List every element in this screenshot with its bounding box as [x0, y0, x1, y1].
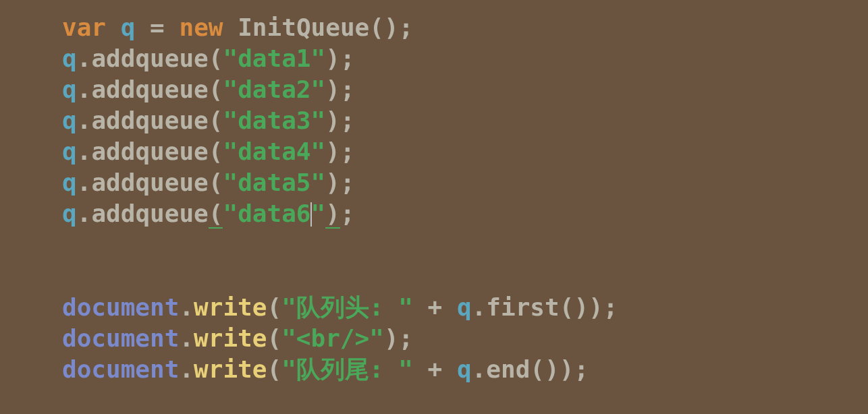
- semicolon: ;: [574, 355, 589, 383]
- paren-close: ): [545, 355, 560, 383]
- string-quote: ": [311, 45, 326, 72]
- code-line-write-first: document.write("队列头: " + q.first());: [62, 292, 868, 323]
- paren-close: ): [589, 293, 603, 321]
- method-write: write: [194, 324, 267, 352]
- semicolon: ;: [340, 200, 355, 227]
- dot: .: [179, 293, 194, 321]
- identifier-q: q: [457, 293, 472, 321]
- string-data2: data2: [238, 76, 310, 103]
- paren-close-matched: ): [325, 200, 340, 227]
- dot: .: [77, 169, 92, 196]
- identifier-q: q: [121, 13, 136, 41]
- string-data4: data4: [238, 138, 310, 165]
- dot: .: [77, 200, 92, 227]
- dot: .: [472, 355, 487, 383]
- code-line-1: var q = new InitQueue();: [62, 12, 868, 43]
- dot: .: [77, 76, 92, 103]
- object-document: document: [62, 324, 179, 352]
- string-quote: ": [281, 355, 296, 383]
- semicolon: ;: [340, 169, 355, 196]
- semicolon: ;: [399, 13, 414, 41]
- string-tail: 队列尾:: [296, 355, 398, 383]
- semicolon: ;: [340, 138, 355, 165]
- string-quote: ": [398, 355, 413, 383]
- string-data1: data1: [238, 45, 310, 72]
- dot: .: [179, 324, 194, 352]
- semicolon: ;: [340, 76, 355, 103]
- paren-open: (: [209, 76, 223, 103]
- identifier-q: q: [457, 355, 472, 383]
- paren-close: ): [384, 13, 399, 41]
- string-quote: ": [281, 324, 296, 352]
- method-addqueue: addqueue: [91, 169, 208, 196]
- paren-close: ): [325, 45, 340, 72]
- paren-open: (: [267, 293, 281, 321]
- string-quote: ": [223, 200, 238, 227]
- semicolon: ;: [399, 324, 414, 352]
- string-quote: ": [223, 138, 238, 165]
- object-document: document: [62, 355, 179, 383]
- paren-open: (: [369, 13, 384, 41]
- paren-close: ): [384, 324, 399, 352]
- paren-open: (: [209, 107, 223, 134]
- semicolon: ;: [340, 45, 355, 72]
- keyword-new: new: [179, 13, 223, 41]
- operator-plus: +: [428, 355, 443, 383]
- paren-close: ): [560, 355, 574, 383]
- dot: .: [179, 355, 194, 383]
- string-quote: ": [281, 293, 296, 321]
- identifier-q: q: [62, 76, 77, 103]
- string-quote: ": [311, 76, 326, 103]
- string-data3: data3: [238, 107, 310, 134]
- code-line-addqueue-6: q.addqueue("data6");: [62, 198, 868, 229]
- identifier-q: q: [62, 200, 77, 227]
- paren-open: (: [530, 355, 545, 383]
- paren-open: (: [560, 293, 574, 321]
- string-br: <br/>: [296, 324, 369, 352]
- code-editor[interactable]: var q = new InitQueue(); q.addqueue("dat…: [62, 12, 868, 385]
- method-addqueue: addqueue: [91, 107, 208, 134]
- blank-line: [62, 261, 868, 292]
- semicolon: ;: [340, 107, 355, 134]
- code-line-addqueue-3: q.addqueue("data3");: [62, 105, 868, 136]
- identifier-q: q: [62, 169, 77, 196]
- dot: .: [472, 293, 487, 321]
- method-write: write: [194, 355, 267, 383]
- paren-close: ): [574, 293, 589, 321]
- paren-open-matched: (: [209, 200, 223, 227]
- method-addqueue: addqueue: [91, 45, 208, 72]
- operator-equals: =: [150, 13, 165, 41]
- dot: .: [77, 138, 92, 165]
- string-quote: ": [223, 45, 238, 72]
- paren-close: ): [325, 169, 340, 196]
- string-quote: ": [223, 107, 238, 134]
- code-line-write-br: document.write("<br/>");: [62, 323, 868, 354]
- blank-line: [62, 230, 868, 261]
- paren-open: (: [209, 138, 223, 165]
- paren-open: (: [209, 45, 223, 72]
- string-quote: ": [311, 200, 326, 227]
- text-cursor: [310, 202, 312, 227]
- object-document: document: [62, 293, 179, 321]
- paren-open: (: [209, 169, 223, 196]
- string-data5: data5: [238, 169, 310, 196]
- paren-open: (: [267, 324, 281, 352]
- method-write: write: [194, 293, 267, 321]
- identifier-q: q: [62, 107, 77, 134]
- method-addqueue: addqueue: [91, 76, 208, 103]
- string-quote: ": [311, 138, 326, 165]
- string-quote: ": [311, 107, 326, 134]
- string-data6: data6: [238, 200, 310, 227]
- method-addqueue: addqueue: [91, 200, 208, 227]
- operator-plus: +: [428, 293, 443, 321]
- code-line-addqueue-1: q.addqueue("data1");: [62, 43, 868, 74]
- keyword-var: var: [62, 13, 106, 41]
- string-quote: ": [223, 169, 238, 196]
- string-quote: ": [369, 324, 384, 352]
- code-line-write-end: document.write("队列尾: " + q.end());: [62, 354, 868, 385]
- dot: .: [77, 45, 92, 72]
- code-line-addqueue-2: q.addqueue("data2");: [62, 74, 868, 105]
- paren-close: ): [325, 76, 340, 103]
- class-initqueue: InitQueue: [238, 13, 369, 41]
- method-first: first: [486, 293, 559, 321]
